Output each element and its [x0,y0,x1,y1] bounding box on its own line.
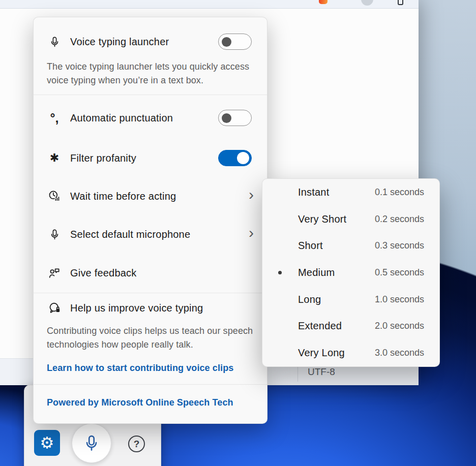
gear-icon: ⚙ [40,435,54,451]
submenu-item-label: Medium [298,267,335,278]
selected-bullet [278,298,298,301]
settings-button[interactable]: ⚙ [34,430,60,456]
window-icon[interactable] [398,0,403,5]
submenu-item-value: 0.3 seconds [375,240,424,251]
submenu-item-very-short[interactable]: Very Short 0.2 seconds [262,206,439,233]
divider [34,95,267,95]
menu-item-give-feedback[interactable]: Give feedback [47,260,254,286]
punctuation-icon: °, [47,112,62,125]
microphone-button[interactable] [72,423,111,463]
menu-item-voice-typing-launcher[interactable]: Voice typing launcher [47,29,254,54]
submenu-item-label: Long [298,294,321,305]
microphone-icon [47,36,62,48]
submenu-item-short[interactable]: Short 0.3 seconds [262,232,439,259]
menu-item-help-improve[interactable]: Help us improve voice typing [47,295,254,321]
submenu-item-medium[interactable]: Medium 0.5 seconds [262,259,439,286]
window-topbar [0,0,419,9]
menu-item-label: Wait time before acting [70,191,176,202]
selected-bullet [278,324,298,328]
powered-by-link[interactable]: Powered by Microsoft Online Speech Tech [47,397,233,408]
selected-bullet [278,351,298,355]
voice-typing-settings-flyout: Voice typing launcher The voice typing l… [33,17,267,424]
submenu-item-long[interactable]: Long 1.0 seconds [262,286,439,313]
submenu-item-value: 2.0 seconds [375,321,424,331]
help-button[interactable]: ? [128,436,145,452]
menu-item-label: Filter profanity [70,152,136,164]
voice-typing-launcher-toggle[interactable] [218,34,252,50]
selected-bullet [278,191,298,194]
menu-item-label: Automatic punctuation [70,112,173,124]
menu-item-label: Select default microphone [70,229,190,240]
feedback-icon [47,266,62,279]
asterisk-icon: ✱ [47,152,62,164]
microphone-icon [82,433,101,453]
selected-bullet [278,271,298,274]
chevron-right-icon: › [249,233,254,236]
private-chat-lock-icon [47,301,62,315]
submenu-item-value: 0.1 seconds [375,187,424,198]
avatar[interactable] [361,0,373,6]
submenu-item-label: Extended [298,320,342,332]
filter-profanity-toggle[interactable] [218,150,252,166]
chevron-right-icon: › [249,195,254,198]
toggle-knob [222,113,231,123]
selected-bullet [278,218,298,221]
submenu-item-label: Very Short [298,213,346,225]
divider [34,293,267,293]
selected-bullet [278,244,298,247]
wait-time-submenu: Instant 0.1 seconds Very Short 0.2 secon… [262,178,440,367]
submenu-item-value: 1.0 seconds [375,294,424,305]
microphone-icon [47,228,62,241]
menu-item-label: Voice typing launcher [70,36,169,48]
submenu-item-extended[interactable]: Extended 2.0 seconds [262,313,439,340]
launcher-description: The voice typing launcher lets you quick… [47,60,254,87]
wait-time-clock-icon [47,190,62,203]
desktop-wallpaper: UTF-8 ⚙ ? [0,0,476,466]
submenu-item-label: Instant [298,187,329,198]
submenu-item-value: 0.2 seconds [375,214,424,225]
browser-extension-icon[interactable] [319,0,328,4]
divider [34,384,267,385]
menu-item-wait-time[interactable]: Wait time before acting › [47,183,254,209]
submenu-item-value: 3.0 seconds [375,348,424,358]
automatic-punctuation-toggle[interactable] [218,110,252,126]
submenu-item-label: Short [298,240,323,252]
learn-voice-clips-link[interactable]: Learn how to start contributing voice cl… [47,363,233,374]
submenu-item-value: 0.5 seconds [375,267,424,278]
improve-description: Contributing voice clips helps us teach … [47,324,254,352]
submenu-item-very-long[interactable]: Very Long 3.0 seconds [262,339,439,366]
menu-item-select-microphone[interactable]: Select default microphone › [47,222,254,247]
toggle-knob [237,152,249,164]
question-mark-icon: ? [134,439,140,450]
menu-item-filter-profanity[interactable]: ✱ Filter profanity [47,145,254,171]
menu-item-label: Help us improve voice typing [70,302,203,314]
menu-item-automatic-punctuation[interactable]: °, Automatic punctuation [47,105,254,131]
toggle-knob [222,37,231,47]
menu-item-label: Give feedback [70,267,136,279]
submenu-item-instant[interactable]: Instant 0.1 seconds [262,179,439,206]
submenu-item-label: Very Long [298,347,345,359]
